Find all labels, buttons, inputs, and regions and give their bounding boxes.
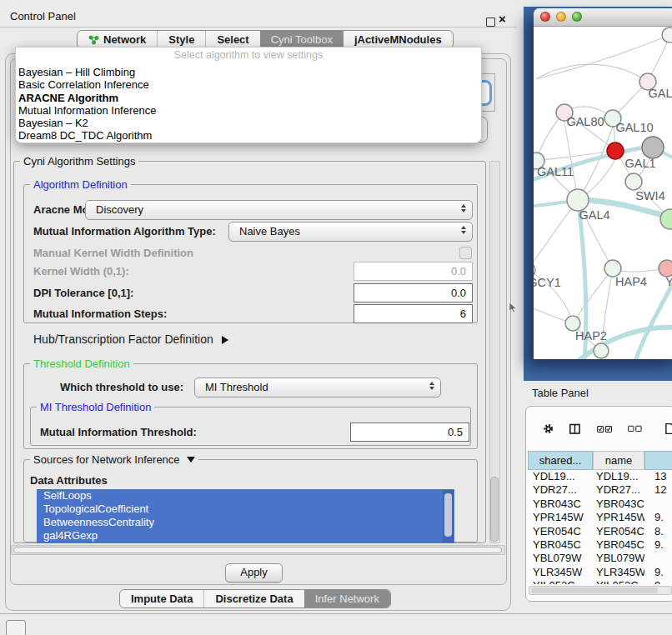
table-horizontal-scrollbar[interactable] (529, 586, 672, 595)
column-header[interactable]: name (593, 451, 644, 470)
tab-style[interactable]: Style (157, 31, 205, 48)
corner-button[interactable] (6, 620, 26, 635)
table-cell: YLR345W (593, 566, 644, 579)
tab-label: Infer Network (315, 592, 379, 605)
table-row[interactable]: YBR045CYBR045C9. (528, 538, 672, 552)
table-cell: YBL079W (593, 552, 644, 565)
network-node-hap4[interactable] (604, 260, 621, 277)
table-cell: 9. (644, 511, 672, 524)
hub-section-toggle[interactable]: Hub/Transcription Factor Definition (33, 331, 228, 348)
combo-arrows-icon (429, 382, 434, 390)
mi-threshold-field[interactable] (350, 422, 469, 442)
manual-kernel-checkbox[interactable] (459, 247, 472, 259)
settings-vertical-scrollbar-thumb[interactable] (490, 477, 499, 542)
network-node[interactable] (594, 343, 609, 358)
algorithm-option-bayesian-k2[interactable]: Bayesian – K2 (16, 117, 481, 129)
bottom-tab-infer-network[interactable]: Infer Network (304, 590, 390, 608)
titlebar-divider (0, 27, 517, 28)
apply-button[interactable]: Apply (225, 563, 283, 582)
table-cell: YER054C (528, 525, 593, 538)
hub-section-label: Hub/Transcription Factor Definition (33, 332, 213, 346)
data-attributes-list[interactable]: SelfLoopsTopologicalCoefficientBetweenne… (37, 489, 454, 543)
checked-columns-icon[interactable] (597, 424, 612, 434)
screen: Control Panel × NetworkStyleSelectCyni T… (0, 0, 672, 635)
network-window-titlebar[interactable] (534, 8, 672, 27)
algorithm-option-bayesian-hill-climbing[interactable]: Bayesian – Hill Climbing (16, 66, 481, 78)
node-label: GAL11 (537, 165, 574, 178)
algorithm-option-dream8-dc-tdc-algorithm[interactable]: Dream8 DC_TDC Algorithm (16, 129, 481, 142)
settings-horizontal-scrollbar[interactable] (11, 545, 505, 555)
tab-label: jActiveMNodules (354, 33, 442, 46)
table-row[interactable]: YDL19...YDL19...13 (528, 470, 672, 483)
table-row[interactable]: YIL052CYIL052C9 (528, 579, 672, 584)
data-attribute-item[interactable]: BetweennessCentrality (37, 516, 454, 529)
minimize-traffic-light-icon[interactable] (556, 12, 566, 22)
node-label: HAP4 (615, 275, 647, 288)
data-attribute-item[interactable]: gal4RGexp (37, 529, 454, 542)
gear-icon[interactable] (543, 421, 554, 437)
table-cell: YLR345W (528, 566, 593, 579)
table-cell (644, 498, 672, 511)
network-node-gal1[interactable] (607, 142, 624, 159)
table-cell: YIL052C (528, 579, 593, 584)
tab-label: Impute Data (131, 592, 193, 605)
kernel-width-field[interactable] (354, 262, 473, 281)
dpi-tolerance-field[interactable] (354, 283, 473, 302)
network-node[interactable] (642, 137, 664, 158)
column-header[interactable]: shared... (528, 451, 593, 470)
aracne-mode-combo[interactable]: Discovery (85, 200, 473, 220)
zoom-traffic-light-icon[interactable] (572, 12, 582, 22)
table-row[interactable]: YDR27...YDR27...12 (528, 483, 672, 497)
float-window-icon[interactable] (486, 18, 495, 27)
data-attribute-item[interactable]: TopologicalCoefficient (37, 502, 454, 516)
table-cell: 12 (644, 483, 672, 497)
tab-network[interactable]: Network (78, 31, 157, 48)
network-window[interactable]: GALGAL80GAL10GAL1GAL11SWI4GAL4GCY1HAP4YH… (534, 8, 672, 359)
tab-jactivemnodules[interactable]: jActiveMNodules (344, 31, 453, 48)
table-cell: YDR27... (593, 483, 644, 497)
algorithm-option-mutual-information-inference[interactable]: Mutual Information Inference (16, 104, 481, 117)
table-row[interactable]: YER054CYER054C8. (528, 525, 672, 538)
network-node-swi4[interactable] (625, 173, 642, 190)
bottom-tab-discretize-data[interactable]: Discretize Data (203, 590, 303, 608)
algorithm-option-basic-correlation-inference[interactable]: Basic Correlation Inference (16, 78, 481, 91)
table-cell: 8. (644, 525, 672, 538)
table-cell: YBR045C (528, 538, 593, 552)
new-table-icon[interactable] (665, 421, 672, 437)
node-label: GAL80 (566, 115, 604, 128)
table-cell: 9 (644, 579, 672, 584)
network-node-y[interactable] (659, 260, 672, 277)
split-panel-icon[interactable] (569, 422, 580, 437)
which-threshold-combo[interactable]: MI Threshold (194, 378, 441, 398)
close-traffic-light-icon[interactable] (540, 12, 550, 22)
network-edge (534, 200, 578, 270)
sources-title-row[interactable]: Sources for Network Inference (30, 453, 198, 466)
table-horizontal-scrollbar-thumb[interactable] (531, 588, 658, 593)
attributes-scrollbar-thumb[interactable] (444, 493, 452, 537)
group-title: Algorithm Definition (30, 178, 131, 191)
column-header[interactable] (644, 451, 672, 470)
node-label: GCY1 (534, 276, 561, 289)
bottom-tab-impute-data[interactable]: Impute Data (120, 590, 203, 608)
data-attribute-item[interactable]: SelfLoops (37, 489, 454, 502)
node-label: GAL4 (579, 208, 609, 222)
algorithm-option-aracne-algorithm[interactable]: ARACNE Algorithm (16, 92, 481, 104)
mi-type-combo[interactable]: Naive Bayes (228, 222, 473, 242)
table-row[interactable]: YLR345WYLR345W9. (528, 566, 672, 579)
mi-steps-field[interactable] (354, 304, 473, 323)
network-canvas[interactable]: GALGAL80GAL10GAL1GAL11SWI4GAL4GCY1HAP4YH… (534, 26, 672, 359)
settings-horizontal-scrollbar-thumb[interactable] (13, 547, 502, 553)
tab-cyni-toolbox[interactable]: Cyni Toolbox (260, 31, 344, 48)
network-node[interactable] (662, 28, 672, 42)
node-label: GAL10 (615, 121, 653, 134)
table-row[interactable]: YBL079WYBL079W (528, 552, 672, 565)
manual-kernel-label: Manual Kernel Width Definition (33, 243, 193, 262)
tab-label: Network (103, 33, 146, 46)
unchecked-columns-icon[interactable] (628, 424, 642, 433)
table-row[interactable]: YBR043CYBR043C (528, 498, 672, 511)
network-icon (88, 35, 99, 45)
control-panel-titlebar: Control Panel × (0, 7, 517, 27)
tab-select[interactable]: Select (205, 31, 259, 48)
algorithm-dropdown-popup: Select algorithm to view settings Bayesi… (15, 47, 482, 143)
table-row[interactable]: YPR145WYPR145W9. (528, 511, 672, 524)
